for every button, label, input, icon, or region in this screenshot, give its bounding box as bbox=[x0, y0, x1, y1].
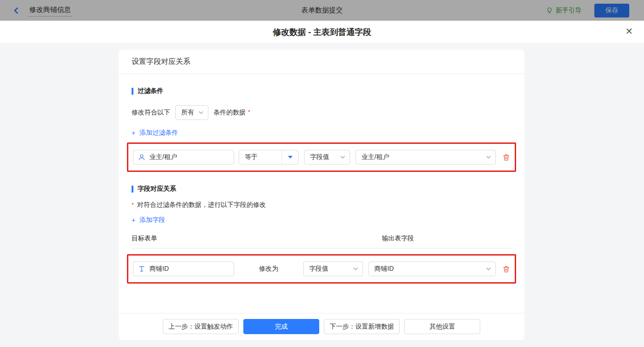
condition-match-line: 修改符合以下 所有 条件的数据 * bbox=[132, 105, 512, 120]
modal-dim-overlay bbox=[0, 0, 644, 21]
text-field-icon bbox=[138, 265, 145, 273]
mapping-description: 对符合过滤条件的数据，进行以下字段的修改 bbox=[137, 201, 266, 209]
match-mode-select[interactable]: 所有 bbox=[175, 105, 208, 120]
plus-icon: + bbox=[132, 129, 135, 137]
condition-prefix-label: 修改符合以下 bbox=[132, 108, 170, 117]
required-asterisk: * bbox=[248, 108, 250, 115]
mapping-value-type-select[interactable]: 字段值 bbox=[303, 262, 363, 276]
target-field-value: 商铺ID bbox=[150, 265, 169, 273]
operator-dropdown-button[interactable] bbox=[282, 150, 298, 164]
chevron-down-icon bbox=[340, 156, 345, 159]
filter-condition-row: 业主/租户 等于 字段值 业主/租户 bbox=[127, 142, 516, 172]
add-field-label: 添加字段 bbox=[139, 216, 165, 224]
trash-icon bbox=[502, 154, 510, 161]
value-field-value: 业主/租户 bbox=[362, 153, 389, 161]
filter-section-header: 过滤条件 bbox=[132, 87, 512, 95]
condition-suffix-label: 条件的数据 bbox=[213, 108, 246, 117]
mapping-description-line: * 对符合过滤条件的数据，进行以下字段的修改 bbox=[132, 201, 512, 209]
mapping-value-field-value: 商铺ID bbox=[374, 265, 394, 273]
prev-step-button[interactable]: 上一步：设置触发动作 bbox=[163, 319, 239, 334]
field-mapping-row: 商铺ID 修改为 字段值 商铺ID bbox=[127, 254, 516, 284]
modal-header: 修改数据 - 主表到普通字段 ✕ bbox=[0, 21, 644, 44]
add-filter-condition-label: 添加过滤条件 bbox=[139, 129, 178, 137]
panel-footer: 上一步：设置触发动作 完成 下一步：设置新增数据 其他设置 bbox=[119, 313, 524, 340]
other-settings-button[interactable]: 其他设置 bbox=[404, 319, 480, 334]
done-button[interactable]: 完成 bbox=[243, 319, 319, 334]
plus-icon: + bbox=[132, 216, 135, 224]
value-type-value: 字段值 bbox=[310, 153, 329, 161]
section-accent-bar bbox=[132, 88, 133, 95]
modal-title: 修改数据 - 主表到普通字段 bbox=[273, 27, 371, 38]
operator-select[interactable]: 等于 bbox=[239, 150, 299, 165]
person-icon bbox=[138, 154, 145, 161]
filter-section-title: 过滤条件 bbox=[138, 87, 163, 95]
column-header-target-form: 目标表单 bbox=[132, 234, 382, 243]
section-accent-bar bbox=[132, 186, 133, 193]
mapping-section-title: 字段对应关系 bbox=[138, 185, 176, 193]
filter-field-value: 业主/租户 bbox=[150, 153, 177, 161]
modal-body: 设置字段对应关系 过滤条件 修改符合以下 所有 条件的数据 * + bbox=[0, 44, 644, 347]
panel-title: 设置字段对应关系 bbox=[119, 50, 524, 74]
operator-value: 等于 bbox=[239, 150, 282, 164]
column-header-output-field: 输出表字段 bbox=[382, 234, 414, 243]
chevron-down-icon bbox=[486, 156, 491, 159]
mapping-section-header: 字段对应关系 bbox=[132, 185, 512, 193]
add-filter-condition-link[interactable]: + 添加过滤条件 bbox=[132, 129, 178, 137]
target-field-input[interactable]: 商铺ID bbox=[133, 262, 234, 276]
trash-icon bbox=[502, 265, 510, 273]
required-asterisk: * bbox=[132, 201, 134, 208]
mapping-value-type-value: 字段值 bbox=[309, 265, 328, 273]
close-icon[interactable]: ✕ bbox=[625, 27, 633, 36]
match-mode-value: 所有 bbox=[181, 108, 194, 117]
chevron-down-icon bbox=[486, 267, 491, 270]
delete-condition-button[interactable] bbox=[502, 154, 510, 161]
panel-body: 过滤条件 修改符合以下 所有 条件的数据 * + 添加过滤条件 bbox=[119, 74, 524, 313]
filter-field-input[interactable]: 业主/租户 bbox=[133, 150, 234, 165]
chevron-down-icon bbox=[199, 111, 203, 114]
value-type-select[interactable]: 字段值 bbox=[304, 150, 350, 165]
chevron-down-icon bbox=[353, 267, 358, 270]
mapping-table-headers: 目标表单 输出表字段 bbox=[132, 234, 512, 249]
delete-mapping-button[interactable] bbox=[502, 265, 510, 273]
top-navigation-bar: 修改商铺信息 表单数据提交 新手引导 保存 bbox=[0, 0, 644, 21]
field-mapping-panel: 设置字段对应关系 过滤条件 修改符合以下 所有 条件的数据 * + bbox=[119, 50, 524, 340]
caret-down-icon bbox=[288, 156, 293, 159]
modify-to-label: 修改为 bbox=[234, 265, 303, 273]
value-field-select[interactable]: 业主/租户 bbox=[356, 150, 496, 165]
mapping-value-field-select[interactable]: 商铺ID bbox=[368, 262, 496, 276]
add-field-link[interactable]: + 添加字段 bbox=[132, 216, 165, 224]
next-step-button[interactable]: 下一步：设置新增数据 bbox=[324, 319, 400, 334]
